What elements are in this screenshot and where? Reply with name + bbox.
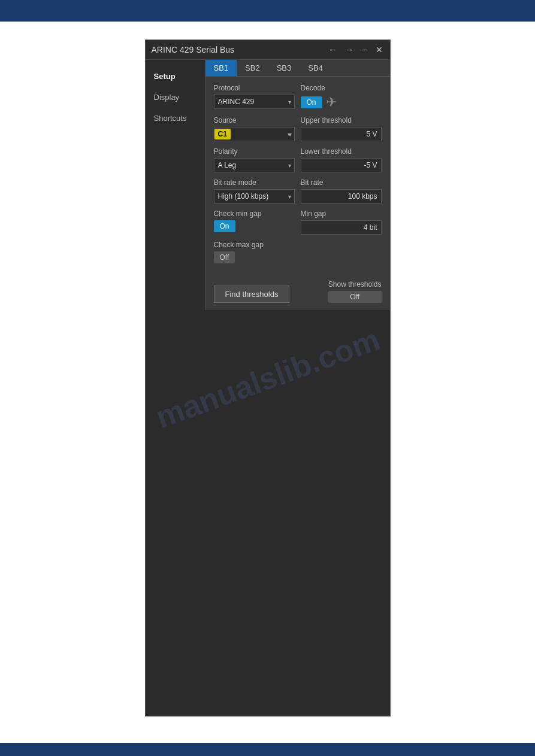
show-thresholds-toggle[interactable]: Off <box>328 291 382 303</box>
source-select[interactable] <box>231 127 289 141</box>
row-protocol-decode: Protocol ARINC 429 Decode On ✈ <box>214 84 382 110</box>
check-min-gap-group: Check min gap On <box>214 210 295 235</box>
row-source-upper: Source C1 ▾ Upper threshold 5 V <box>214 116 382 141</box>
plane-icon: ✈ <box>326 95 337 110</box>
decode-row: On ✈ <box>301 95 382 110</box>
spacer-group <box>301 241 382 263</box>
polarity-select[interactable]: A Leg <box>214 158 295 172</box>
protocol-select[interactable]: ARINC 429 <box>214 95 295 109</box>
polarity-label: Polarity <box>214 147 295 156</box>
back-button[interactable]: ← <box>327 45 338 54</box>
row-check-min-gap: Check min gap On Min gap 4 bit <box>214 210 382 235</box>
bitrate-value: 100 kbps <box>301 189 382 204</box>
protocol-group: Protocol ARINC 429 <box>214 84 295 110</box>
bitrate-mode-select-wrapper: High (100 kbps) <box>214 189 295 204</box>
dialog-title: ARINC 429 Serial Bus <box>152 45 235 54</box>
sidebar: Setup Display Shortcuts <box>146 60 205 310</box>
show-thresholds-group: Show thresholds Off <box>328 280 382 303</box>
titlebar-controls: ← → − ✕ <box>327 45 383 54</box>
sidebar-item-setup[interactable]: Setup <box>146 66 205 87</box>
bitrate-mode-label: Bit rate mode <box>214 178 295 187</box>
upper-threshold-value: 5 V <box>301 127 382 141</box>
polarity-group: Polarity A Leg <box>214 147 295 172</box>
source-select-wrapper: C1 ▾ <box>214 127 295 141</box>
decode-group: Decode On ✈ <box>301 84 382 110</box>
sidebar-item-shortcuts[interactable]: Shortcuts <box>146 108 205 129</box>
source-badge: C1 <box>214 129 231 139</box>
main-content: SB1 SB2 SB3 SB4 <box>205 60 390 310</box>
close-button[interactable]: ✕ <box>374 45 384 54</box>
find-thresholds-button[interactable]: Find thresholds <box>214 286 290 303</box>
row-bitrate-mode: Bit rate mode High (100 kbps) Bit rate 1… <box>214 178 382 204</box>
bitrate-mode-group: Bit rate mode High (100 kbps) <box>214 178 295 204</box>
tab-sb3[interactable]: SB3 <box>268 60 300 76</box>
tab-sb4[interactable]: SB4 <box>300 60 331 76</box>
forward-button[interactable]: → <box>344 45 355 54</box>
row-polarity-lower: Polarity A Leg Lower threshold -5 V <box>214 147 382 172</box>
check-max-gap-label: Check max gap <box>214 241 295 249</box>
row-check-max-gap: Check max gap Off <box>214 241 382 263</box>
bitrate-label: Bit rate <box>301 178 382 187</box>
decode-label: Decode <box>301 84 382 92</box>
upper-threshold-group: Upper threshold 5 V <box>301 116 382 141</box>
protocol-select-wrapper: ARINC 429 <box>214 95 295 109</box>
decode-toggle[interactable]: On <box>301 96 322 108</box>
top-bar <box>0 0 535 22</box>
bottom-section: Find thresholds Show thresholds Off <box>205 277 390 310</box>
bitrate-mode-select[interactable]: High (100 kbps) <box>214 189 295 204</box>
sidebar-item-display[interactable]: Display <box>146 87 205 108</box>
min-gap-label: Min gap <box>301 210 382 218</box>
check-min-gap-toggle[interactable]: On <box>214 220 235 232</box>
lower-threshold-value: -5 V <box>301 158 382 172</box>
check-max-gap-group: Check max gap Off <box>214 241 295 263</box>
bottom-bar <box>0 743 535 756</box>
minimize-button[interactable]: − <box>361 45 368 54</box>
bitrate-group: Bit rate 100 kbps <box>301 178 382 204</box>
tab-sb1[interactable]: SB1 <box>205 60 237 76</box>
lower-threshold-label: Lower threshold <box>301 147 382 156</box>
dialog-titlebar: ARINC 429 Serial Bus ← → − ✕ <box>146 40 390 60</box>
show-thresholds-label: Show thresholds <box>328 280 382 289</box>
tab-sb2[interactable]: SB2 <box>237 60 268 76</box>
check-max-gap-toggle[interactable]: Off <box>214 251 235 263</box>
protocol-label: Protocol <box>214 84 295 92</box>
polarity-select-wrapper: A Leg <box>214 158 295 172</box>
check-min-gap-label: Check min gap <box>214 210 295 218</box>
source-group: Source C1 ▾ <box>214 116 295 141</box>
min-gap-group: Min gap 4 bit <box>301 210 382 235</box>
dialog-window: ARINC 429 Serial Bus ← → − ✕ Setup Displ… <box>145 40 391 716</box>
upper-threshold-label: Upper threshold <box>301 116 382 125</box>
tab-bar: SB1 SB2 SB3 SB4 <box>205 60 390 77</box>
min-gap-value: 4 bit <box>301 220 382 235</box>
source-label: Source <box>214 116 295 125</box>
lower-threshold-group: Lower threshold -5 V <box>301 147 382 172</box>
dialog-body: Setup Display Shortcuts SB1 SB2 <box>146 60 390 310</box>
form-area: Protocol ARINC 429 Decode On ✈ <box>205 77 390 277</box>
